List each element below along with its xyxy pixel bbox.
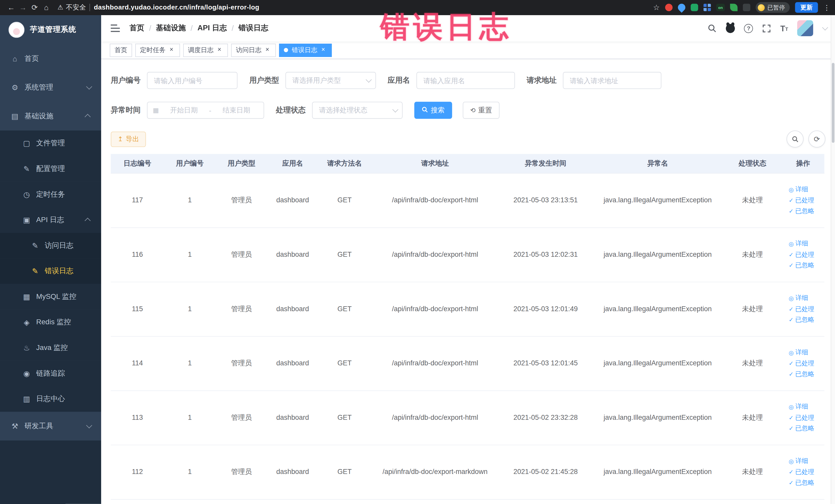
tab-close-icon[interactable]: × [320, 46, 327, 54]
sidebar-menu-item[interactable]: ◷ 定时任务 [0, 182, 101, 207]
user-id-input[interactable] [147, 72, 238, 89]
github-icon[interactable] [726, 24, 735, 33]
search-button[interactable]: 搜索 [414, 102, 452, 119]
page-tab[interactable]: 调度日志× [183, 43, 228, 57]
page-tab[interactable]: 首页 [109, 43, 132, 57]
breadcrumb-label[interactable]: 基础设施 [156, 23, 186, 33]
sidebar-menu-item[interactable]: ✎ 配置管理 [0, 156, 101, 182]
sidebar-menu-item[interactable]: ⚙ 系统管理 [0, 73, 101, 102]
bookmark-star-icon[interactable]: ☆ [653, 3, 660, 12]
fullscreen-icon[interactable] [762, 24, 771, 33]
home-icon[interactable]: ⌂ [41, 3, 53, 12]
sidebar-menu-item[interactable]: ▦ MySQL 监控 [0, 284, 101, 310]
check-icon: ✓ [789, 263, 793, 269]
detail-link[interactable]: ◎ 详细 [789, 402, 808, 411]
check-icon: ✓ [789, 208, 793, 215]
reload-icon[interactable]: ⟳ [29, 3, 41, 12]
detail-link[interactable]: ◎ 详细 [789, 294, 808, 303]
paused-badge[interactable]: 已暂停 [756, 2, 790, 13]
sidebar-menu-item[interactable]: ⌂ 首页 [0, 44, 101, 73]
breadcrumb-item[interactable]: 基础设施 [144, 23, 186, 33]
reset-button[interactable]: ⟲ 重置 [463, 102, 500, 119]
font-size-icon[interactable]: TT [780, 24, 788, 32]
detail-link[interactable]: ◎ 详细 [789, 185, 808, 194]
security-chip[interactable]: ⚠ 不安全 [58, 3, 86, 12]
tab-label: 访问日志 [236, 45, 262, 55]
tab-close-icon[interactable]: × [264, 46, 271, 54]
user-avatar[interactable] [797, 20, 813, 36]
address-bar[interactable]: ⚠ 不安全 dashboard.yudao.iocoder.cn/infra/l… [58, 3, 259, 12]
refresh-button[interactable]: ⟳ [808, 130, 825, 147]
extensions-puzzle-icon[interactable] [743, 4, 750, 11]
mark-ignored-link[interactable]: ✓ 已忽略 [789, 207, 814, 216]
cell-user-type: 管理员 [216, 413, 267, 423]
mark-processed-link[interactable]: ✓ 已处理 [789, 250, 814, 260]
mark-processed-link[interactable]: ✓ 已处理 [789, 304, 814, 314]
scrollbar-thumb[interactable] [832, 63, 834, 143]
extension-grid-icon[interactable] [704, 4, 711, 11]
mark-ignored-link[interactable]: ✓ 已忽略 [789, 261, 814, 270]
sidebar-menu-item[interactable]: ◉ 链路追踪 [0, 361, 101, 386]
sidebar-menu-item[interactable]: ✎ 访问日志 [0, 233, 101, 259]
breadcrumb-label[interactable]: 首页 [129, 23, 144, 33]
mark-ignored-link[interactable]: ✓ 已忽略 [789, 424, 814, 434]
check-icon: ✓ [789, 469, 793, 475]
sidebar-item-label: 文件管理 [36, 138, 65, 148]
sidebar-menu-item[interactable]: ♨ Java 监控 [0, 335, 101, 361]
extension-green-icon[interactable] [691, 4, 698, 11]
extension-on-badge[interactable]: on [716, 4, 725, 11]
export-button[interactable]: ↥ 导出 [111, 131, 146, 147]
cell-user-id: 1 [164, 467, 216, 477]
mark-ignored-link[interactable]: ✓ 已忽略 [789, 316, 814, 325]
browser-menu-icon[interactable]: ⋮ [823, 3, 830, 11]
app-name-input[interactable] [416, 72, 515, 89]
breadcrumb-item[interactable]: 错误日志 [227, 23, 268, 33]
avatar-caret-icon[interactable] [822, 24, 828, 30]
sidebar-menu-item[interactable]: ▤ 基础设施 [0, 102, 101, 130]
mark-processed-link[interactable]: ✓ 已处理 [789, 359, 814, 368]
sidebar-menu-item[interactable]: ▥ 日志中心 [0, 386, 101, 412]
extension-blue-drop-icon[interactable] [676, 2, 687, 13]
breadcrumb-item[interactable]: API 日志 [186, 23, 227, 33]
page-tab[interactable]: 定时任务× [135, 43, 180, 57]
detail-link[interactable]: ◎ 详细 [789, 348, 808, 357]
mark-ignored-link[interactable]: ✓ 已忽略 [789, 478, 814, 488]
mark-processed-link[interactable]: ✓ 已处理 [789, 196, 814, 205]
help-icon[interactable]: ? [744, 24, 753, 33]
extension-leaf-icon[interactable] [730, 4, 737, 11]
mark-processed-link[interactable]: ✓ 已处理 [789, 467, 814, 477]
page-scrollbar[interactable] [831, 15, 835, 504]
search-icon[interactable] [708, 24, 717, 33]
tab-close-icon[interactable]: × [216, 46, 223, 54]
app-logo[interactable]: 芋道管理系统 [0, 15, 101, 44]
breadcrumb-label[interactable]: 错误日志 [239, 23, 268, 33]
table-row: 117 1 管理员 dashboard GET /api/infra/db-do… [111, 174, 824, 228]
sidebar-menu-item[interactable]: ▢ 文件管理 [0, 130, 101, 156]
update-button[interactable]: 更新 [795, 2, 818, 13]
breadcrumb-label[interactable]: API 日志 [197, 23, 227, 33]
page-tab[interactable]: 访问日志× [231, 43, 276, 57]
breadcrumb-item[interactable]: 首页 [129, 23, 144, 33]
user-type-select[interactable]: 请选择用户类型 [285, 72, 376, 89]
table-row: 115 1 管理员 dashboard GET /api/infra/db-do… [111, 282, 824, 337]
sidebar-menu-item[interactable]: ◈ Redis 监控 [0, 309, 101, 335]
date-range-picker[interactable]: ▦ 开始日期 - 结束日期 [147, 102, 264, 119]
sidebar-menu-item[interactable]: ▣ API 日志 [0, 207, 101, 233]
sidebar-menu-item[interactable]: ⚒ 研发工具 [0, 412, 101, 441]
request-url-input[interactable] [563, 72, 661, 89]
page-tab[interactable]: 错误日志× [279, 43, 332, 57]
tab-close-icon[interactable]: × [168, 46, 175, 54]
mark-processed-link[interactable]: ✓ 已处理 [789, 413, 814, 422]
forward-icon[interactable]: → [17, 3, 29, 12]
toggle-search-button[interactable] [787, 130, 803, 147]
mark-ignored-link[interactable]: ✓ 已忽略 [789, 370, 814, 379]
extension-red-icon[interactable] [665, 4, 673, 11]
detail-link[interactable]: ◎ 详细 [789, 239, 808, 248]
back-icon[interactable]: ← [5, 3, 17, 12]
process-status-select[interactable]: 请选择处理状态 [312, 102, 403, 119]
detail-link[interactable]: ◎ 详细 [789, 457, 808, 466]
sidebar-menu-item[interactable]: ✎ 错误日志 [0, 258, 101, 284]
hamburger-icon[interactable] [109, 22, 121, 34]
user-type-placeholder: 请选择用户类型 [292, 76, 341, 85]
column-header: 用户类型 [216, 159, 267, 168]
